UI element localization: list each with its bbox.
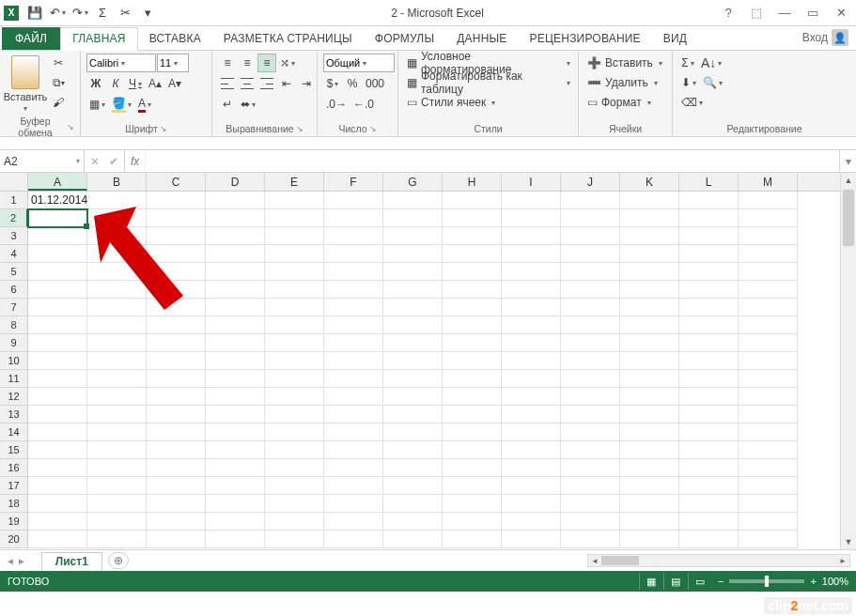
cell[interactable] [620, 209, 679, 227]
cell[interactable] [739, 406, 798, 424]
cell[interactable] [443, 531, 502, 548]
cell[interactable] [383, 406, 443, 424]
cell[interactable] [383, 477, 443, 495]
column-header[interactable]: L [679, 173, 739, 191]
autosum-button[interactable]: Σ [678, 54, 697, 72]
cell[interactable] [679, 281, 739, 299]
comma-format-icon[interactable]: 000 [363, 74, 387, 93]
cell[interactable] [324, 299, 383, 316]
cell[interactable] [147, 227, 206, 245]
cell[interactable] [206, 316, 265, 334]
hscroll-right-icon[interactable]: ► [836, 555, 849, 566]
font-size-select[interactable]: 11▾ [157, 54, 189, 72]
sheet-nav-prev-icon[interactable]: ◄ [6, 556, 15, 566]
autosum-icon[interactable]: Σ [92, 3, 113, 23]
cell[interactable] [265, 352, 324, 370]
cell[interactable] [206, 227, 265, 245]
cell[interactable] [206, 531, 265, 548]
cell[interactable] [739, 424, 798, 441]
align-left-icon[interactable] [218, 74, 237, 93]
cell[interactable] [265, 388, 324, 406]
cell[interactable] [206, 299, 265, 316]
cell[interactable] [679, 209, 739, 227]
fill-color-button[interactable]: 🪣 [109, 95, 134, 114]
delete-cells-button[interactable]: ➖ Удалить [584, 73, 669, 92]
cut-icon[interactable]: ✂ [115, 3, 135, 23]
underline-button[interactable]: Ч [126, 74, 145, 93]
cell[interactable] [265, 513, 324, 531]
paste-button[interactable]: Вставить ▾ [6, 54, 45, 114]
cell[interactable] [206, 424, 265, 441]
cell[interactable] [28, 388, 87, 406]
decrease-font-icon[interactable]: A▾ [165, 74, 184, 93]
find-select-button[interactable]: 🔍 [700, 73, 725, 92]
cell[interactable] [28, 227, 87, 245]
cell[interactable] [739, 531, 798, 548]
hscroll-thumb[interactable] [601, 556, 639, 565]
cell[interactable] [383, 459, 443, 477]
cell[interactable] [206, 209, 265, 227]
zoom-value[interactable]: 100% [822, 576, 848, 587]
cell[interactable] [561, 263, 620, 281]
cell[interactable] [265, 477, 324, 495]
cell[interactable] [265, 192, 324, 209]
cell[interactable] [679, 316, 739, 334]
cell[interactable] [147, 209, 206, 227]
cell[interactable] [443, 477, 502, 495]
cell[interactable] [383, 495, 443, 513]
cell[interactable] [443, 388, 502, 406]
select-all-corner[interactable] [0, 173, 28, 191]
cell[interactable] [679, 406, 739, 424]
row-header[interactable]: 12 [0, 388, 28, 406]
format-painter-button[interactable]: 🖌 [49, 93, 68, 112]
cell[interactable] [561, 227, 620, 245]
cell[interactable] [87, 263, 147, 281]
cell[interactable] [443, 334, 502, 352]
cell[interactable] [561, 495, 620, 513]
row-header[interactable]: 2 [0, 209, 28, 227]
cell[interactable] [502, 495, 561, 513]
cell[interactable] [739, 263, 798, 281]
cell[interactable] [324, 209, 383, 227]
fill-button[interactable]: ⬇ [678, 73, 699, 92]
row-header[interactable]: 1 [0, 192, 28, 209]
font-color-button[interactable]: A [135, 95, 154, 114]
cell[interactable] [206, 495, 265, 513]
column-header[interactable]: F [324, 173, 383, 191]
tab-data[interactable]: ДАННЫЕ [445, 28, 518, 50]
cell[interactable] [206, 281, 265, 299]
row-header[interactable]: 17 [0, 477, 28, 495]
cell[interactable] [87, 209, 147, 227]
cell[interactable] [679, 477, 739, 495]
cell[interactable] [443, 263, 502, 281]
cell[interactable] [147, 531, 206, 548]
cell[interactable] [383, 531, 443, 548]
cell[interactable] [561, 245, 620, 263]
format-as-table-button[interactable]: ▦ Форматировать как таблицу [404, 73, 573, 92]
cell[interactable] [28, 477, 87, 495]
cell[interactable] [28, 406, 87, 424]
cell[interactable] [561, 441, 620, 459]
align-center-icon[interactable] [238, 74, 257, 93]
cell[interactable] [620, 495, 679, 513]
cell[interactable] [324, 531, 383, 548]
save-icon[interactable]: 💾 [24, 3, 45, 23]
scroll-thumb[interactable] [843, 190, 854, 246]
cell[interactable] [324, 495, 383, 513]
cell[interactable] [502, 370, 561, 388]
cell[interactable] [502, 192, 561, 209]
row-header[interactable]: 9 [0, 334, 28, 352]
cell[interactable] [739, 370, 798, 388]
row-header[interactable]: 3 [0, 227, 28, 245]
cell[interactable] [147, 299, 206, 316]
cell[interactable] [739, 441, 798, 459]
cell[interactable] [87, 424, 147, 441]
cell[interactable] [739, 299, 798, 316]
cell[interactable] [324, 281, 383, 299]
cell[interactable] [28, 299, 87, 316]
cell[interactable] [739, 388, 798, 406]
sort-filter-button[interactable]: A↓ [698, 54, 724, 72]
cell[interactable] [87, 281, 147, 299]
cell[interactable] [265, 531, 324, 548]
cell[interactable] [87, 495, 147, 513]
